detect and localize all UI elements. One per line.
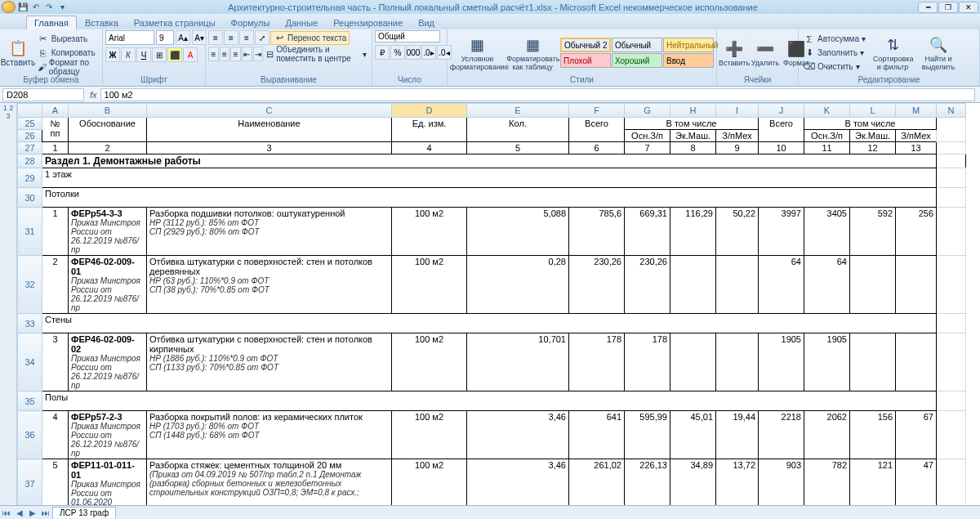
delete-icon: ➖	[755, 39, 775, 59]
wrap-text-button[interactable]: ↩Перенос текста	[270, 31, 350, 45]
bold-button[interactable]: Ж	[105, 47, 120, 62]
number-format-select[interactable]	[375, 30, 440, 43]
ribbon-tab[interactable]: Главная	[26, 16, 77, 29]
align-top-icon[interactable]: ≡	[208, 30, 223, 45]
ribbon-tab[interactable]: Формулы	[224, 16, 278, 29]
align-center-icon[interactable]: ≡	[220, 47, 230, 61]
format-table-button[interactable]: ▦Форматировать как таблицу	[506, 34, 559, 73]
align-right-icon[interactable]: ≡	[230, 47, 241, 61]
insert-icon: ➕	[724, 39, 744, 59]
group-label-align: Выравнивание	[208, 75, 369, 85]
dec-inc-icon[interactable]: .0▸	[421, 45, 436, 60]
currency-icon[interactable]: ₽	[375, 45, 390, 60]
col-header[interactable]: K	[804, 104, 850, 118]
tab-nav-next[interactable]: ▶	[26, 508, 39, 517]
col-header[interactable]: L	[850, 104, 896, 118]
col-header[interactable]: I	[716, 104, 759, 118]
col-header[interactable]: E	[467, 104, 569, 118]
ribbon-tab[interactable]: Рецензирование	[326, 16, 410, 29]
col-header[interactable]: A	[42, 104, 69, 118]
border-button[interactable]: ⊞	[152, 47, 167, 62]
style-input[interactable]: Ввод	[663, 53, 714, 68]
col-header[interactable]: D	[392, 104, 467, 118]
group-label-cells: Ячейки	[719, 75, 795, 85]
redo-icon[interactable]: ↷	[43, 2, 55, 13]
tab-nav-first[interactable]: ⏮	[0, 508, 13, 517]
find-select-button[interactable]: 🔍Найти и выделить	[917, 34, 960, 73]
eraser-icon: ⌫	[804, 61, 815, 73]
style-normal[interactable]: Обычный	[612, 38, 662, 52]
fx-icon[interactable]: fx	[87, 90, 100, 100]
font-name-input[interactable]	[105, 30, 154, 45]
style-neutral[interactable]: Нейтральный	[663, 38, 714, 52]
decrease-font-icon[interactable]: A▾	[192, 30, 207, 45]
name-box[interactable]	[2, 88, 84, 101]
autosum-button[interactable]: ΣАвтосумма▾	[801, 32, 868, 46]
cut-icon: ✂	[38, 34, 49, 45]
tab-nav-last[interactable]: ⏭	[39, 508, 52, 517]
align-left-icon[interactable]: ≡	[208, 47, 219, 61]
style-good[interactable]: Хороший	[612, 53, 662, 68]
col-header[interactable]: F	[569, 104, 625, 118]
cond-format-icon: ▦	[468, 35, 488, 55]
ribbon-tab[interactable]: Данные	[278, 16, 325, 29]
close-button[interactable]: ✕	[959, 2, 978, 13]
brush-icon: 🖌	[38, 61, 47, 73]
underline-button[interactable]: Ч	[136, 47, 151, 62]
merge-button[interactable]: ⊟Объединить и поместить в центре▾	[264, 47, 369, 61]
align-middle-icon[interactable]: ≡	[224, 30, 238, 45]
ribbon-tab[interactable]: Разметка страницы	[127, 16, 223, 29]
title-bar: 💾 ↶ ↷ ▾ Архитектурно-строительная часть …	[0, 0, 980, 14]
clear-button[interactable]: ⌫Очистить▾	[801, 60, 868, 74]
minimize-button[interactable]: ━	[918, 2, 938, 13]
col-header[interactable]: C	[147, 104, 392, 118]
increase-font-icon[interactable]: A▴	[176, 30, 190, 45]
col-header[interactable]: M	[896, 104, 937, 118]
outline-controls[interactable]: 1 2 3	[0, 103, 17, 505]
window-title: Архитектурно-строительная часть - Полный…	[68, 2, 918, 12]
indent-dec-icon[interactable]: ⇤	[242, 47, 252, 61]
sort-filter-button[interactable]: ⇅Сортировка и фильтр	[870, 34, 915, 73]
comma-icon[interactable]: 000	[406, 45, 421, 60]
tab-nav-prev[interactable]: ◀	[13, 508, 26, 517]
select-all[interactable]	[18, 104, 42, 118]
font-size-input[interactable]	[156, 30, 174, 45]
ribbon-tabs: ГлавнаяВставкаРазметка страницыФормулыДа…	[0, 14, 980, 29]
col-header[interactable]: J	[759, 104, 804, 118]
cut-button[interactable]: ✂Вырезать	[35, 32, 100, 46]
fill-button[interactable]: ⬇Заполнить▾	[801, 46, 868, 60]
formula-input[interactable]	[100, 88, 975, 101]
sheet-tabs-bar: ⏮ ◀ ▶ ⏭ ЛСР 13 граф	[0, 505, 980, 519]
style-bad[interactable]: Плохой	[560, 53, 611, 68]
italic-button[interactable]: К	[121, 47, 136, 62]
cond-format-button[interactable]: ▦Условное форматирование	[450, 34, 505, 73]
delete-cells-button[interactable]: ➖Удалить	[751, 38, 780, 69]
indent-inc-icon[interactable]: ⇥	[253, 47, 264, 61]
align-bottom-icon[interactable]: ≡	[239, 30, 254, 45]
find-icon: 🔍	[929, 35, 948, 55]
format-painter-button[interactable]: 🖌Формат по образцу	[35, 60, 100, 74]
formula-bar: fx	[0, 87, 980, 103]
ribbon-tab[interactable]: Вид	[411, 16, 442, 29]
style-normal2[interactable]: Обычный 2	[560, 38, 611, 52]
percent-icon[interactable]: %	[390, 45, 405, 60]
insert-cells-button[interactable]: ➕Вставить	[719, 38, 749, 69]
spreadsheet-grid[interactable]: ABCDEFGHIJKLMN25 № пп Обоснование Наимен…	[17, 103, 966, 505]
orientation-icon[interactable]: ⤢	[255, 30, 270, 45]
office-button[interactable]	[2, 1, 16, 13]
paste-button[interactable]: 📋 Вставить	[2, 37, 33, 69]
qat-dropdown-icon[interactable]: ▾	[56, 2, 68, 13]
col-header[interactable]: N	[937, 104, 966, 118]
font-color-button[interactable]: A	[183, 47, 198, 62]
fill-color-button[interactable]: ⬛	[167, 47, 182, 62]
ribbon-tab[interactable]: Вставка	[78, 16, 126, 29]
sheet-tab[interactable]: ЛСР 13 граф	[52, 507, 116, 518]
col-header[interactable]: B	[69, 104, 147, 118]
undo-icon[interactable]: ↶	[30, 2, 42, 13]
col-header[interactable]: G	[625, 104, 670, 118]
save-icon[interactable]: 💾	[17, 2, 29, 13]
ribbon: 📋 Вставить ✂Вырезать ⎘Копировать 🖌Формат…	[0, 29, 980, 87]
col-header[interactable]: H	[670, 104, 716, 118]
maximize-button[interactable]: ❐	[938, 2, 958, 13]
group-label-clipboard: Буфер обмена	[2, 75, 100, 85]
